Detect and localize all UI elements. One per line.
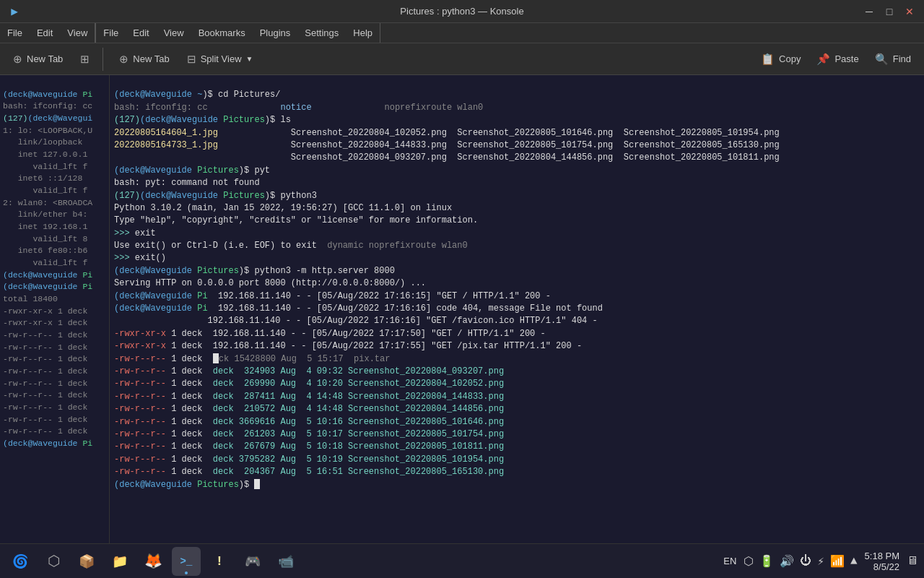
title-bar-left: ▶ <box>6 3 23 20</box>
split-view-button[interactable]: ⊟ Split View ▼ <box>180 48 261 71</box>
menu-item-edit-1[interactable]: Edit <box>30 23 60 43</box>
menu-item-view-1[interactable]: View <box>60 23 95 43</box>
new-tab-button-1[interactable]: ⊕ New Tab <box>6 48 70 71</box>
title-bar-controls: ─ □ ✕ <box>860 3 918 20</box>
system-tray-arrow[interactable]: ▲ <box>850 555 858 568</box>
time-display: 5:18 PM <box>865 551 899 561</box>
tabs-icon: ⊞ <box>80 53 90 66</box>
volume-icon[interactable]: 🔊 <box>780 554 794 569</box>
menu-item-help[interactable]: Help <box>346 23 380 43</box>
wifi-icon[interactable]: 📶 <box>830 554 845 569</box>
paste-button[interactable]: 📌 Paste <box>809 48 866 71</box>
plasma-icon[interactable]: 🌀 <box>6 547 35 576</box>
alerter-icon[interactable]: ! <box>205 547 234 576</box>
find-button[interactable]: 🔍 Find <box>868 48 918 71</box>
title-bar: ▶ Pictures : python3 — Konsole ─ □ ✕ <box>0 0 924 23</box>
menu-item-file-2[interactable]: File <box>96 23 126 43</box>
language-indicator[interactable]: EN <box>723 556 736 566</box>
terminal-container: (deck@Waveguide Pi bash: ifconfig: cc (1… <box>0 75 924 543</box>
bluetooth-icon[interactable]: ⚡ <box>817 554 824 569</box>
terminal-taskbar-icon[interactable]: >_ <box>172 547 201 576</box>
first-menu-section: File Edit View <box>0 23 95 43</box>
left-panel-text: (deck@Waveguide Pi bash: ifconfig: cc (1… <box>3 77 106 462</box>
menu-item-view-2[interactable]: View <box>157 23 191 43</box>
new-tab-icon-1: ⊕ <box>13 53 22 66</box>
copy-icon: 📋 <box>761 53 775 66</box>
find-icon: 🔍 <box>875 53 889 66</box>
toolbar-right: 📋 Copy 📌 Paste 🔍 Find <box>754 48 918 71</box>
network-manager-icon[interactable]: ⬡ <box>39 547 68 576</box>
toolbar: ⊕ New Tab ⊞ ⊕ New Tab ⊟ Split View ▼ 📋 C… <box>0 43 924 75</box>
split-view-dropdown-icon: ▼ <box>246 55 253 63</box>
main-terminal[interactable]: (deck@Waveguide ~)$ cd Pictures/ bash: i… <box>110 75 924 543</box>
file-manager-icon[interactable]: 📁 <box>105 547 134 576</box>
screen-recorder-icon[interactable]: 📹 <box>271 547 300 576</box>
tabs-view-button[interactable]: ⊞ <box>73 48 97 71</box>
clock: 5:18 PM 8/5/22 <box>865 551 899 572</box>
new-tab-icon-2: ⊕ <box>119 53 128 66</box>
battery-icon[interactable]: 🔋 <box>759 554 774 569</box>
discover-icon[interactable]: 📦 <box>72 547 101 576</box>
menu-item-plugins[interactable]: Plugins <box>253 23 298 43</box>
minimize-button[interactable]: ─ <box>860 3 878 20</box>
menu-item-bookmarks[interactable]: Bookmarks <box>191 23 253 43</box>
menu-item-settings[interactable]: Settings <box>297 23 346 43</box>
window-title: Pictures : python3 — Konsole <box>400 6 523 17</box>
left-panel: (deck@Waveguide Pi bash: ifconfig: cc (1… <box>0 75 110 543</box>
system-tray: ⬡ 🔋 🔊 ⏻ ⚡ 📶 ▲ <box>744 554 857 569</box>
steam-icon[interactable]: ⬡ <box>744 554 754 569</box>
active-indicator <box>185 571 188 574</box>
taskbar: 🌀 ⬡ 📦 📁 🦊 >_ ! 🎮 📹 EN ⬡ 🔋 🔊 ⏻ ⚡ 📶 ▲ 5:18… <box>0 543 924 578</box>
taskbar-right: EN ⬡ 🔋 🔊 ⏻ ⚡ 📶 ▲ 5:18 PM 8/5/22 🖥 <box>723 551 918 572</box>
menu-item-file-1[interactable]: File <box>0 23 30 43</box>
maximize-button[interactable]: □ <box>881 3 898 20</box>
new-tab-button-2[interactable]: ⊕ New Tab <box>112 48 176 71</box>
split-view-icon: ⊟ <box>187 53 196 66</box>
terminal-output: (deck@Waveguide ~)$ cd Pictures/ bash: i… <box>114 77 920 504</box>
display-icon[interactable]: 🖥 <box>907 554 918 568</box>
menu-item-edit-2[interactable]: Edit <box>126 23 156 43</box>
second-menu-section: File Edit View Bookmarks Plugins Setting… <box>95 23 380 43</box>
date-display: 8/5/22 <box>865 561 899 572</box>
copy-button[interactable]: 📋 Copy <box>754 48 808 71</box>
gamepad-icon[interactable]: 🎮 <box>238 547 267 576</box>
window-icon: ▶ <box>6 3 23 20</box>
close-button[interactable]: ✕ <box>901 3 918 20</box>
menu-bar-1: File Edit View File Edit View Bookmarks … <box>0 23 924 43</box>
firefox-icon[interactable]: 🦊 <box>139 547 167 576</box>
paste-icon: 📌 <box>816 53 830 66</box>
power-icon[interactable]: ⏻ <box>800 554 811 568</box>
